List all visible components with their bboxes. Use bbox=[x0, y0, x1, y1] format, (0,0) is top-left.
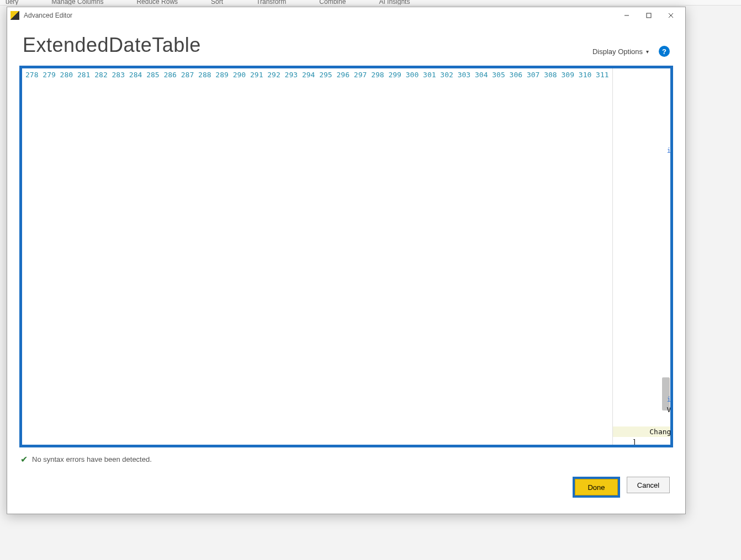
ribbon-groups: uery Manage Columns Reduce Rows Sort Tra… bbox=[0, 0, 741, 6]
